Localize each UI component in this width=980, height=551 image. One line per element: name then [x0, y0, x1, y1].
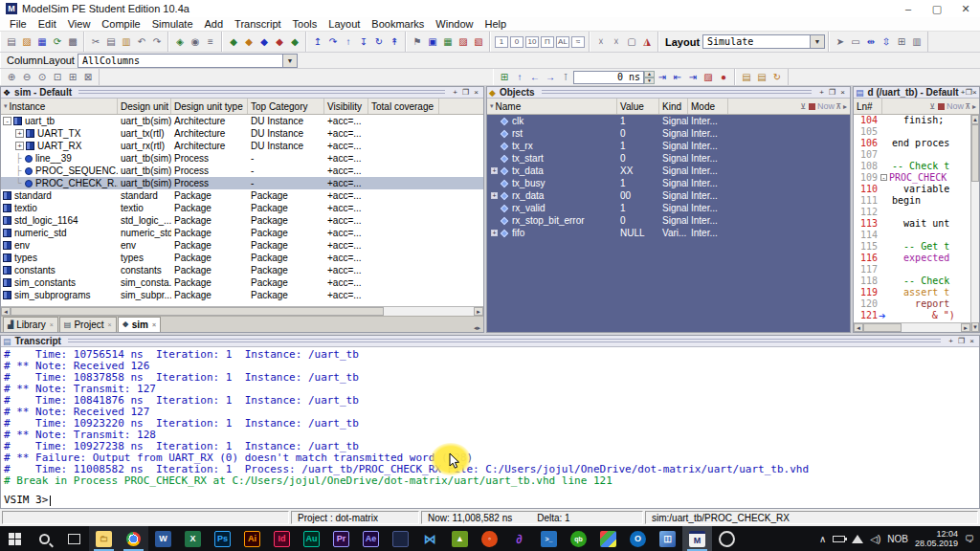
new-document-icon[interactable]: ▤ [4, 34, 19, 49]
expand-h-icon[interactable]: ⇹ [863, 34, 879, 49]
zoom-last-icon[interactable]: ⊞ [65, 70, 80, 84]
step-into-icon[interactable]: ⇥ [655, 70, 670, 84]
step-current-icon[interactable]: ▨ [701, 70, 716, 84]
menu-add[interactable]: Add [199, 18, 230, 30]
menu-transcript[interactable]: Transcript [229, 18, 287, 30]
sim-panel-header[interactable]: ❖ sim - Default + ❐ × [1, 87, 483, 99]
remove-x-right-icon[interactable]: ☓ [609, 34, 624, 49]
taskbar-aftereffects[interactable]: Ae [356, 526, 386, 551]
taskbar-chrome[interactable] [119, 526, 148, 551]
layout-dropdown[interactable]: Simulate ▼ [702, 34, 825, 49]
taskbar-indesign[interactable]: Id [267, 526, 297, 551]
taskbar-clock[interactable]: 12:04 28.05.2019 [915, 529, 958, 548]
table-row[interactable]: ├PROC_SEQUENC... uart_tb(sim)Process -+a… [1, 165, 483, 177]
menu-bookmarks[interactable]: Bookmarks [366, 18, 430, 30]
taskbar-audition[interactable]: Au [297, 526, 326, 551]
column-design-unit[interactable]: Design unit [118, 99, 171, 114]
task-view-button[interactable] [59, 526, 89, 551]
next-transition-icon[interactable]: ⊼ [964, 102, 971, 111]
float-icon[interactable]: ❐ [956, 336, 967, 346]
stop-red-icon[interactable]: ● [716, 70, 731, 84]
menu-simulate[interactable]: Simulate [146, 18, 199, 30]
forward-arrow-icon[interactable]: → [543, 70, 558, 84]
objects-panel-header[interactable]: ◆ Objects + ❐ × [487, 87, 850, 99]
break-compile-icon[interactable]: ◆ [272, 34, 287, 49]
table-row[interactable]: +UART_TX uart_tx(rtl)Architecture DU Ins… [1, 127, 483, 140]
profile-report-icon[interactable]: ▤ [754, 70, 769, 84]
sim-horizontal-scrollbar[interactable]: ◄ ► [1, 306, 483, 316]
save-icon[interactable]: ▦ [34, 34, 50, 49]
run-length-field[interactable] [573, 71, 644, 84]
menu-help[interactable]: Help [479, 18, 512, 30]
run-icon[interactable]: ↷ [325, 34, 341, 49]
table-row[interactable]: +UART_RX uart_rx(rtl)Architecture DU Ins… [1, 140, 483, 152]
expand-icon[interactable]: + [491, 230, 498, 236]
break-icon[interactable]: ↻ [371, 34, 387, 49]
taskbar-green-app[interactable]: ▲ [445, 526, 475, 551]
filter-icon[interactable]: ≡ [203, 34, 218, 49]
scroll-right-icon[interactable]: ► [961, 323, 970, 332]
column-instance[interactable]: ▾Instance [1, 99, 118, 114]
taskbar-powershell[interactable]: >_ [534, 526, 564, 551]
column-value[interactable]: Value [617, 99, 659, 114]
panel-grip[interactable] [68, 339, 941, 343]
restart-icon[interactable]: ↥ [310, 34, 325, 49]
tab-scroll-arrows[interactable]: ◂▸ [471, 324, 483, 332]
taskbar-modelsim[interactable]: M [682, 526, 712, 551]
panel-grip[interactable] [542, 90, 812, 95]
close-icon[interactable]: × [967, 336, 977, 346]
zoom-full-icon[interactable]: ⊙ [34, 70, 50, 84]
vsim-prompt[interactable]: VSIM 3> [4, 494, 979, 506]
step-out-icon[interactable]: ⇥ [685, 70, 701, 84]
taskbar-premiere[interactable]: Pr [326, 526, 356, 551]
chevron-down-icon[interactable]: ▼ [282, 55, 297, 67]
table-row[interactable]: sim_constants sim_consta...Package Packa… [1, 276, 483, 289]
notification-icon[interactable]: 🗨 [965, 534, 974, 544]
radix-analog-icon[interactable]: ≈ [571, 36, 585, 48]
taskbar-obs[interactable] [712, 526, 742, 551]
tile-icon[interactable]: ▥ [909, 34, 924, 49]
radix-decimal-icon[interactable]: 10 [525, 36, 539, 48]
taskbar-ubuntu[interactable]: ◦ [475, 526, 504, 551]
simulate-icon[interactable]: ◆ [256, 34, 272, 49]
wave-window-icon[interactable]: ▣ [425, 34, 440, 49]
add-wave-icon[interactable]: ◈ [172, 34, 188, 49]
find-icon[interactable]: ◉ [188, 34, 203, 49]
select-mode-icon[interactable]: ➤ [833, 34, 848, 49]
table-row[interactable]: constants constantsPackage Package+acc=.… [1, 264, 483, 276]
column-line-number[interactable]: Ln# [854, 99, 882, 114]
menu-file[interactable]: File [4, 18, 33, 30]
tab-library[interactable]: ▟ Library× [3, 317, 58, 332]
prev-transition-icon[interactable]: ⊻ [928, 102, 936, 111]
menu-layout[interactable]: Layout [323, 18, 366, 30]
column-name[interactable]: ▾Name [487, 99, 617, 114]
fold-icon[interactable]: - [880, 174, 887, 181]
float-icon[interactable]: ❐ [966, 87, 972, 98]
stop-icon[interactable]: ↟ [387, 34, 402, 49]
profile-icon[interactable]: ▤ [739, 70, 754, 84]
column-mode[interactable]: Mode [688, 99, 728, 114]
zoom-in-icon[interactable]: ⊕ [4, 70, 19, 84]
refresh-profile-icon[interactable]: ↻ [769, 70, 785, 84]
wifi-icon[interactable] [852, 535, 863, 543]
list-item[interactable]: rx_stop_bit_error 0SignalInter... [487, 214, 850, 227]
volume-icon[interactable]: ◁) [870, 534, 880, 544]
radix-all-icon[interactable]: AL [556, 36, 569, 48]
list-toggle-icon[interactable]: ⊺ [558, 70, 573, 84]
run-options-icon[interactable]: ◆ [287, 34, 302, 49]
expand-right-icon[interactable]: ▸ [971, 102, 977, 111]
list-item[interactable]: +tx_data XXSignalInter... [487, 165, 850, 177]
continue-run-icon[interactable]: ↑ [341, 34, 356, 49]
column-visibility[interactable]: Visibility [324, 99, 368, 114]
expand-right-icon[interactable]: ▸ [842, 102, 848, 111]
transcript-log[interactable]: # Time: 10756514 ns Iteration: 1 Instanc… [1, 347, 979, 508]
close-button[interactable]: ✕ [951, 0, 980, 17]
taskbar-dark-app[interactable] [386, 526, 415, 551]
dock-icon[interactable]: + [816, 87, 827, 98]
step-over-icon[interactable]: ⇤ [670, 70, 685, 84]
menu-view[interactable]: View [62, 18, 97, 30]
source-horizontal-scrollbar[interactable]: ◄ ► [854, 322, 970, 332]
chevron-down-icon[interactable]: ▼ [810, 35, 824, 48]
panel-grip[interactable] [78, 90, 445, 95]
redo-icon[interactable]: ↷ [149, 34, 165, 49]
